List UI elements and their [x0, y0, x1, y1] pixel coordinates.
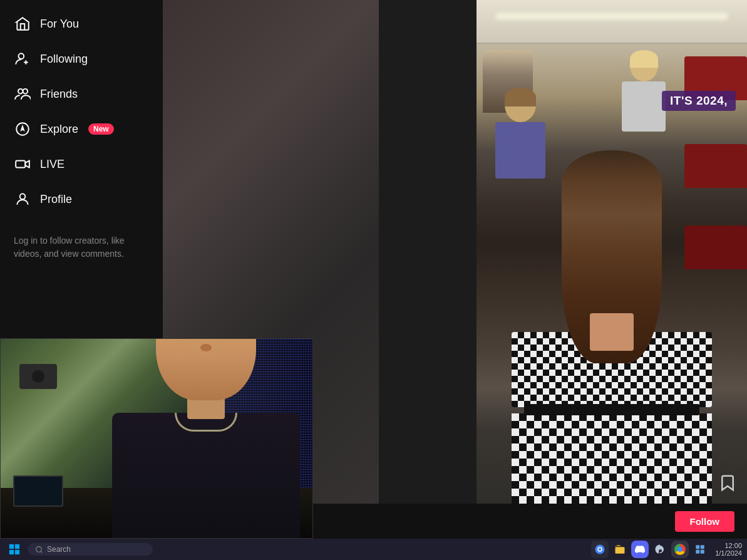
video-icon [14, 155, 31, 173]
svg-point-2 [23, 89, 28, 94]
taskbar-app-icons [591, 541, 709, 558]
svg-point-1 [18, 89, 23, 94]
svg-rect-8 [15, 544, 19, 549]
taskbar-search[interactable]: Search [28, 543, 153, 556]
streamer-face [156, 338, 256, 400]
for-you-label: For You [40, 18, 79, 31]
follow-button[interactable]: Follow [675, 511, 735, 532]
airplane-ceiling [477, 0, 747, 44]
people-icon [14, 85, 31, 103]
file-explorer-icon[interactable] [611, 541, 629, 558]
taskbar-time: 12:00 1/1/2024 [715, 542, 742, 557]
airplane-bg: IT'S 2024, [477, 0, 747, 539]
svg-marker-4 [21, 126, 24, 131]
right-video-panel[interactable]: IT'S 2024, [477, 0, 747, 539]
person-icon [14, 190, 31, 208]
live-label: LIVE [40, 158, 64, 171]
explore-label: Explore [40, 123, 78, 136]
svg-point-14 [599, 548, 602, 551]
sidebar-item-friends[interactable]: Friends [0, 76, 163, 111]
svg-rect-10 [15, 550, 19, 554]
sidebar-item-for-you[interactable]: For You [0, 6, 163, 41]
search-placeholder: Search [47, 545, 71, 554]
windows-start-button[interactable] [5, 542, 24, 557]
chrome-icon[interactable] [591, 541, 609, 558]
compass-icon [14, 120, 31, 138]
svg-point-6 [20, 194, 26, 199]
main-person [512, 150, 712, 539]
sidebar-item-following[interactable]: Following [0, 41, 163, 76]
steam-icon[interactable] [651, 541, 669, 558]
projector [19, 364, 57, 389]
ceiling-lights [495, 13, 728, 20]
google-chrome-icon[interactable] [671, 541, 689, 558]
taskbar: Search 12:00 1/1/2024 [0, 539, 747, 560]
svg-rect-15 [616, 547, 625, 554]
bookmark-icon[interactable] [718, 474, 737, 495]
svg-point-0 [19, 53, 24, 59]
svg-point-11 [36, 546, 42, 552]
extra-icon[interactable] [691, 541, 709, 558]
following-label: Following [40, 53, 88, 66]
sidebar-item-profile[interactable]: Profile [0, 182, 163, 217]
svg-rect-19 [701, 550, 704, 554]
streamer-body [112, 344, 300, 538]
discord-icon[interactable] [631, 541, 649, 558]
person-plus-icon [14, 50, 31, 68]
friends-label: Friends [40, 88, 78, 101]
windows-logo-icon [9, 544, 20, 555]
profile-label: Profile [40, 193, 72, 206]
svg-rect-16 [696, 545, 699, 549]
svg-rect-18 [696, 550, 699, 554]
webcam-overlay [0, 338, 313, 539]
svg-rect-17 [701, 545, 704, 549]
svg-rect-7 [9, 544, 14, 549]
search-icon [35, 546, 43, 554]
video-overlay-text: IT'S 2024, [662, 91, 736, 111]
svg-rect-5 [16, 161, 25, 168]
svg-rect-9 [9, 550, 14, 554]
home-icon [14, 15, 31, 33]
login-prompt: Log in to follow creators, like videos, … [0, 223, 163, 272]
sidebar-item-explore[interactable]: Explore New [0, 111, 163, 147]
sidebar-item-live[interactable]: LIVE [0, 147, 163, 182]
explore-new-badge: New [88, 123, 114, 135]
